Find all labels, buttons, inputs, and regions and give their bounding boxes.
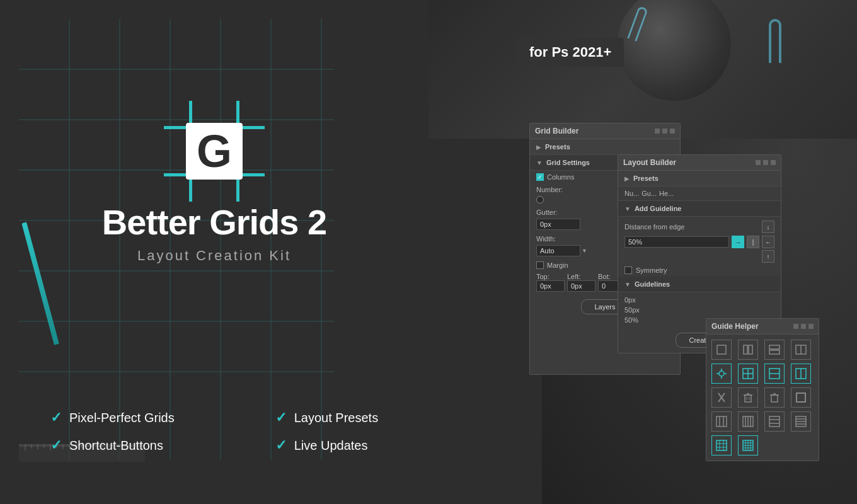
add-guideline-header[interactable]: ▼ Add Guideline — [618, 201, 781, 217]
symmetry-checkbox[interactable] — [624, 266, 632, 274]
symmetry-row: Symmetry — [618, 264, 781, 277]
guide-helper-icon-grid — [706, 335, 819, 461]
nu-label: Nu... — [624, 190, 639, 197]
layout-dot — [763, 160, 768, 165]
grid-builder-header: Grid Builder — [530, 123, 680, 139]
svg-rect-27 — [749, 345, 752, 354]
feature-label-1: Pixel-Perfect Grids — [69, 411, 175, 425]
guide-icon-trash2[interactable] — [764, 387, 785, 408]
gu-label: Gu... — [641, 190, 657, 197]
distance-from-edge-label: Distance from edge — [624, 223, 684, 231]
check-icon-1: ✓ — [50, 410, 62, 426]
guide-helper-header: Guide Helper — [706, 319, 819, 335]
guide-icon-3row[interactable] — [764, 411, 785, 432]
layout-dot — [771, 160, 776, 165]
layout-builder-header: Layout Builder — [618, 155, 781, 171]
chevron-right-icon: ▶ — [536, 144, 541, 151]
check-icon-2: ✓ — [50, 437, 62, 454]
he-label: He... — [659, 190, 674, 197]
symmetry-label: Symmetry — [636, 266, 667, 274]
guide-icon-grid-4[interactable] — [738, 364, 758, 384]
direction-center-button[interactable]: | — [747, 236, 759, 248]
layout-header-dots — [756, 160, 776, 165]
guide-icon-4row[interactable] — [791, 411, 811, 432]
guide-icon-2[interactable] — [738, 340, 758, 360]
svg-rect-29 — [769, 350, 779, 354]
svg-rect-55 — [716, 416, 727, 427]
width-label: Width: — [536, 235, 556, 243]
check-icon-4: ✓ — [275, 437, 287, 454]
header-dot — [670, 129, 675, 134]
guide-helper-panel: Guide Helper — [706, 318, 819, 461]
layout-dot — [756, 160, 761, 165]
gutter-label: Gutter: — [536, 209, 558, 216]
guide-icon-grid-dots[interactable] — [738, 435, 758, 455]
feature-label-2: Shortcut-Buttons — [69, 438, 163, 453]
svg-point-32 — [719, 371, 724, 376]
width-arrow: ▼ — [582, 248, 587, 254]
chevron-down-icon: ▼ — [536, 159, 543, 166]
feature-item: ✓ Layout Presets — [275, 410, 400, 426]
add-guideline-label: Add Guideline — [635, 205, 682, 212]
guide-icon-crosshair[interactable] — [711, 364, 732, 384]
layout-presets-label: Presets — [633, 175, 659, 182]
presets-header[interactable]: ▶ Presets — [530, 139, 680, 155]
logo-section: G Better Grids 2 Layout Creation Kit — [0, 101, 428, 264]
grid-builder-title: Grid Builder — [535, 127, 578, 135]
direction-down-button[interactable]: ↓ — [762, 220, 774, 233]
left-input[interactable] — [567, 280, 595, 292]
features-section: ✓ Pixel-Perfect Grids ✓ Layout Presets ✓… — [50, 410, 399, 454]
guideline-item-1: 50px — [624, 305, 774, 315]
guidelines-header[interactable]: ▼ Guidelines — [618, 277, 781, 292]
feature-item: ✓ Pixel-Perfect Grids — [50, 410, 175, 426]
guide-icon-1[interactable] — [711, 340, 732, 360]
number-label: Number: — [536, 186, 563, 193]
guide-icon-3col[interactable] — [711, 411, 732, 432]
number-radio[interactable] — [536, 196, 544, 203]
left-field: Left: — [567, 273, 595, 292]
logo-icon: G — [164, 101, 265, 202]
add-guideline-chevron: ▼ — [624, 205, 631, 212]
left-label: Left: — [567, 273, 595, 280]
guide-icon-v-half[interactable] — [791, 364, 811, 384]
columns-checkbox[interactable]: ✓ — [536, 173, 544, 181]
grid-settings-label: Grid Settings — [546, 159, 590, 166]
guide-helper-title: Guide Helper — [711, 322, 759, 331]
gutter-input[interactable] — [536, 219, 580, 230]
layout-presets-header[interactable]: ▶ Presets — [618, 171, 781, 186]
guide-icon-4col[interactable] — [738, 411, 758, 432]
distance-input-row: → | ← — [624, 236, 774, 248]
header-dot — [655, 129, 660, 134]
guide-icon-square[interactable] — [791, 387, 811, 408]
svg-rect-26 — [744, 345, 747, 354]
guide-icon-4[interactable] — [791, 340, 811, 360]
feature-label-4: Live Updates — [294, 438, 368, 453]
guide-helper-dot — [793, 324, 798, 329]
yarn-ball-decoration — [609, 0, 740, 110]
svg-rect-51 — [771, 395, 778, 402]
width-input[interactable] — [536, 245, 580, 256]
guide-icon-trash[interactable] — [738, 387, 758, 408]
direction-right-button[interactable]: → — [732, 236, 744, 248]
ps-badge: for Ps 2021+ — [517, 38, 624, 67]
svg-rect-46 — [745, 395, 751, 402]
top-label: Top: — [536, 273, 565, 280]
guide-icon-grid-small[interactable] — [711, 435, 732, 455]
feature-item: ✓ Live Updates — [275, 437, 400, 454]
guide-icon-slash[interactable] — [711, 387, 732, 408]
margin-checkbox[interactable] — [536, 261, 544, 269]
craft-decoration — [428, 0, 857, 139]
feature-item: ✓ Shortcut-Buttons — [50, 437, 175, 454]
guide-icon-3[interactable] — [764, 340, 785, 360]
feature-label-3: Layout Presets — [294, 411, 378, 425]
guide-icon-h-halves[interactable] — [764, 364, 785, 384]
top-input[interactable] — [536, 280, 565, 292]
direction-up-button[interactable]: ↑ — [762, 250, 774, 263]
guideline-item-0: 0px — [624, 295, 774, 305]
columns-label: Columns — [547, 173, 574, 181]
direction-left-button[interactable]: ← — [762, 236, 774, 248]
check-icon-3: ✓ — [275, 410, 287, 426]
distance-input[interactable] — [624, 236, 729, 248]
guide-helper-dot — [808, 324, 814, 329]
svg-rect-62 — [769, 416, 779, 427]
